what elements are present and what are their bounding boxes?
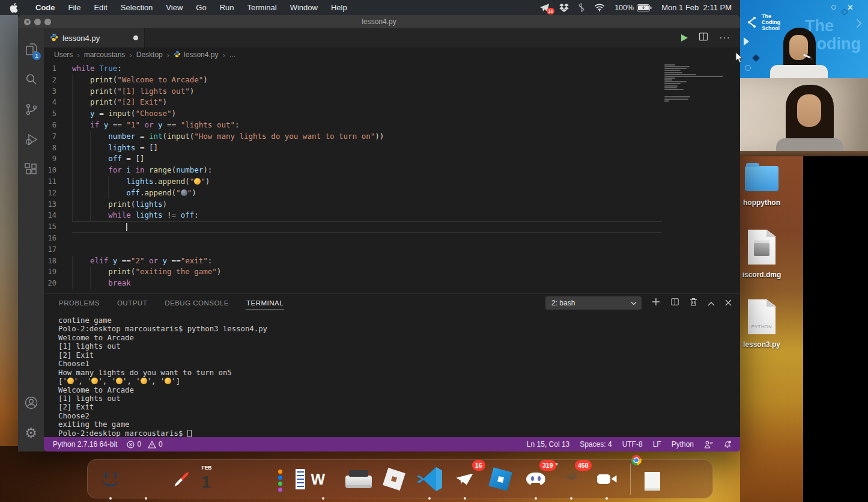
status-item-2[interactable]: UTF-8 [622,440,643,448]
status-item-3[interactable]: LF [653,440,661,448]
menu-item-code[interactable]: Code [29,3,62,12]
code-line[interactable]: 15 [44,221,662,233]
run-debug-icon[interactable] [18,124,44,155]
maximize-panel-icon[interactable] [708,298,715,308]
vscode-titlebar[interactable]: lesson4.py [18,15,740,28]
menu-item-window[interactable]: Window [284,3,324,12]
terminal-shell-selector[interactable]: 2: bash [545,296,642,310]
code-line[interactable]: 10 for i in range(number): [44,165,662,176]
more-actions-icon[interactable]: ··· [719,35,730,41]
search-icon[interactable] [18,64,44,94]
account-icon[interactable] [18,388,44,418]
video-feed-student[interactable] [740,78,868,156]
code-line[interactable]: 18 elif y =="2" or y =="exit": [44,256,662,267]
dock-item-mail[interactable]: 458 [556,464,586,494]
menu-item-edit[interactable]: Edit [87,3,114,12]
dock-item-printer[interactable] [344,464,374,494]
status-item-0[interactable]: Ln 15, Col 13 [527,440,569,448]
dock-item-discord[interactable]: 319 [521,464,551,494]
kill-terminal-icon[interactable] [690,298,697,308]
code-line[interactable]: 16 [44,233,662,244]
breadcrumb-item-2[interactable]: Desktop [136,51,163,59]
menu-item-go[interactable]: Go [189,3,213,12]
run-python-file-button[interactable] [681,34,688,41]
code-editor[interactable]: 1while True:2 print("Welcome to Arcade")… [44,62,740,293]
code-line[interactable]: 12 off.append("") [44,188,662,199]
dock-item-notes[interactable] [237,464,267,494]
panel-tab-terminal[interactable]: TERMINAL [246,295,284,310]
panel-tab-problems[interactable]: PROBLEMS [58,295,100,310]
code-line[interactable]: 2 print("Welcome to Arcade") [44,75,662,86]
menu-item-file[interactable]: File [62,3,88,12]
breadcrumb-item-1[interactable]: marcoustaris [84,51,126,59]
problems-status[interactable]: 0 0 [127,440,162,448]
dock-item-downloads[interactable] [640,464,670,494]
dock-item-roblox[interactable] [379,464,409,494]
terminal-line: ['', '', '', '', ''] [58,377,740,385]
code-line[interactable]: 8 lights = [] [44,142,662,154]
desktop-icon-iscord-dmg[interactable]: iscord.dmg [748,230,775,265]
code-line[interactable]: 17 [44,244,662,256]
breadcrumb-separator: › [222,51,225,60]
dock-item-vscode[interactable] [414,464,445,494]
breadcrumb-item-3[interactable]: lesson4.py [174,51,218,60]
breadcrumb-item-4[interactable]: ... [229,51,235,59]
notifications-bell-icon[interactable] [723,440,732,448]
feedback-icon[interactable] [704,441,713,448]
apple-menu-icon[interactable] [10,3,18,13]
dock-item-chrome[interactable] [131,464,161,494]
dock-item-safari[interactable] [166,464,196,494]
dock-item-zoom[interactable] [592,464,622,494]
menubar-clock[interactable]: Mon 1 Feb 2:11 PM [661,3,732,12]
code-line[interactable]: 11 lights.append("") [44,176,662,188]
terminal-output[interactable]: contine gamePolo-2:desktop marcoustaris$… [44,312,740,437]
close-panel-icon[interactable] [725,298,732,308]
desktop-icon-lesson3-py[interactable]: PYTHONlesson3.py [748,299,775,334]
code-line[interactable]: 1while True: [44,63,662,75]
source-control-icon[interactable] [18,94,44,124]
status-item-1[interactable]: Spaces: 4 [580,440,612,448]
code-line[interactable]: 6 if y == "1" or y == "lights out": [44,120,662,131]
telegram-menubar-icon[interactable]: 16 [539,3,550,12]
dock-item-finder[interactable] [96,464,126,494]
code-line[interactable]: 3 print("[1] lights out") [44,86,662,97]
python-interpreter-status[interactable]: Python 2.7.16 64-bit [53,440,117,448]
minimap[interactable] [664,64,735,102]
panel-tab-output[interactable]: OUTPUT [117,295,148,310]
explorer-icon[interactable]: 1 [18,34,44,64]
menu-item-view[interactable]: View [159,3,189,12]
dropbox-menubar-icon[interactable] [559,4,569,12]
dock-item-word[interactable]: W [308,464,338,494]
code-line[interactable]: 19 print("exiting the game") [44,266,662,278]
menu-item-help[interactable]: Help [324,3,354,12]
dock-item-trash[interactable] [675,464,705,494]
code-line[interactable]: 5 y = input("Choose") [44,108,662,120]
menu-item-selection[interactable]: Selection [114,3,159,12]
dock-item-telegram[interactable]: 16 [450,464,480,494]
menu-item-terminal[interactable]: Terminal [241,3,284,12]
video-feed-instructor[interactable]: The Coding School The Coding ✕ [740,0,868,78]
menu-item-run[interactable]: Run [213,3,241,12]
desktop-icon-hoppython[interactable]: hoppython [745,166,778,191]
dock-item-roblox-studio[interactable] [485,464,515,494]
battery-indicator[interactable]: 100% [615,4,652,12]
code-line[interactable]: 4 print("[2] Exit") [44,97,662,108]
code-line[interactable]: 9 off = [] [44,153,662,165]
status-item-4[interactable]: Python [672,440,694,448]
split-terminal-icon[interactable] [670,298,679,308]
tab-lesson4[interactable]: lesson4.py [44,28,145,47]
code-line[interactable]: 7 number = int(input("How many lights do… [44,131,662,142]
new-terminal-icon[interactable] [652,298,660,308]
panel-tab-debug-console[interactable]: DEBUG CONSOLE [164,295,229,310]
code-line[interactable]: 20 break [44,278,662,289]
dock-item-calendar[interactable]: FEB1 [202,464,232,494]
code-line[interactable]: 13 print(lights) [44,199,662,210]
settings-gear-icon[interactable]: ⚙ [18,418,44,448]
close-video-icon[interactable]: ✕ [847,4,854,11]
wifi-menubar-icon[interactable] [594,4,605,11]
breadcrumb-item-0[interactable]: Users [54,51,73,59]
bluetooth-menubar-icon[interactable] [578,3,584,12]
extensions-icon[interactable] [18,155,44,185]
code-line[interactable]: 14 while lights != off: [44,210,662,221]
split-editor-icon[interactable] [699,32,708,44]
